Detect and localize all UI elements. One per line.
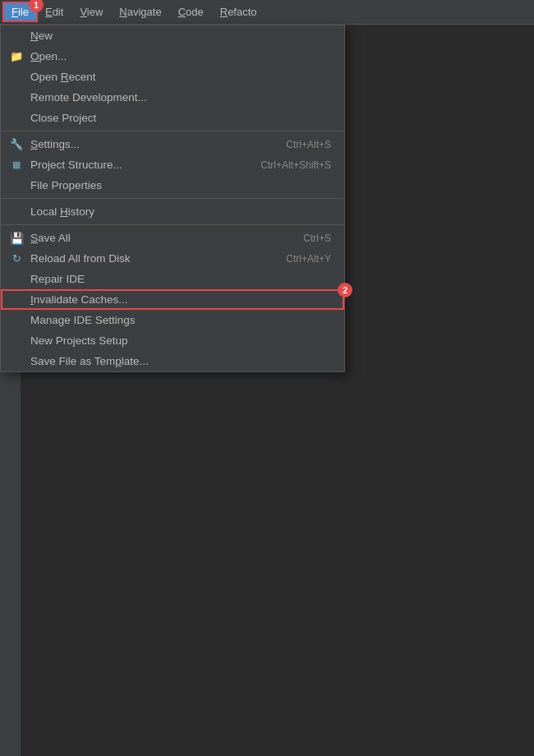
menu-item-open[interactable]: 📁 Open... <box>1 46 344 67</box>
menu-local-history-label: Local History <box>30 205 94 218</box>
save-all-shortcut: Ctrl+S <box>270 233 331 244</box>
menu-item-new-projects-setup[interactable]: New Projects Setup <box>1 330 344 351</box>
project-structure-shortcut: Ctrl+Alt+Shift+S <box>228 159 331 171</box>
settings-shortcut: Ctrl+Alt+S <box>253 139 331 150</box>
menu-item-project-structure[interactable]: ▦ Project Structure... Ctrl+Alt+Shift+S <box>1 154 344 175</box>
menu-new-projects-setup-label: New Projects Setup <box>30 334 128 347</box>
menubar-item-refactor[interactable]: Refacto <box>212 2 265 21</box>
menu-new-label: New <box>30 30 53 42</box>
folder-icon: 📁 <box>9 49 24 64</box>
reload-shortcut: Ctrl+Alt+Y <box>253 253 331 265</box>
menu-item-new[interactable]: New <box>1 25 344 46</box>
separator-1 <box>1 131 344 131</box>
menu-reload-label: Reload All from Disk <box>30 252 131 265</box>
menu-open-recent-label: Open Recent <box>30 71 96 83</box>
menu-item-close-project[interactable]: Close Project <box>1 108 344 128</box>
menu-project-structure-label: Project Structure... <box>30 159 122 171</box>
menubar-item-file[interactable]: File 1 <box>3 2 37 21</box>
menubar-edit-label: Edit <box>45 6 63 18</box>
menu-item-save-all[interactable]: 💾 Save All Ctrl+S <box>1 228 344 248</box>
menu-settings-label: Settings... <box>30 138 80 150</box>
menubar-view-label: View <box>80 6 103 18</box>
menu-repair-ide-label: Repair IDE <box>30 273 85 285</box>
badge-2: 2 <box>338 283 352 297</box>
project-structure-icon: ▦ <box>9 158 24 173</box>
menu-item-open-recent[interactable]: Open Recent <box>1 67 344 87</box>
menu-invalidate-caches-label: Invalidate Caches... <box>30 293 128 306</box>
separator-3 <box>1 224 344 225</box>
menu-item-settings[interactable]: 🔧 Settings... Ctrl+Alt+S <box>1 134 344 154</box>
menu-manage-ide-label: Manage IDE Settings <box>30 314 136 326</box>
menu-remote-dev-label: Remote Development... <box>30 91 147 104</box>
menu-item-local-history[interactable]: Local History <box>1 201 344 222</box>
menubar-refactor-label: Refacto <box>220 6 257 18</box>
save-icon: 💾 <box>9 231 24 246</box>
menu-item-file-properties[interactable]: File Properties <box>1 175 344 196</box>
reload-icon: ↻ <box>9 251 24 266</box>
menu-file-properties-label: File Properties <box>30 179 102 191</box>
menubar-code-label: Code <box>178 6 204 18</box>
menu-item-reload[interactable]: ↻ Reload All from Disk Ctrl+Alt+Y <box>1 248 344 269</box>
menu-item-save-template[interactable]: Save File as Template... <box>1 351 344 371</box>
menu-item-repair-ide[interactable]: Repair IDE <box>1 269 344 289</box>
menu-open-label: Open... <box>30 50 67 62</box>
menubar-item-code[interactable]: Code <box>170 2 212 21</box>
menu-save-template-label: Save File as Template... <box>30 355 149 367</box>
menubar-file-label: File <box>12 6 29 18</box>
menu-save-all-label: Save All <box>30 232 71 244</box>
file-dropdown-menu: New 📁 Open... Open Recent Remote Develop… <box>0 25 345 372</box>
menubar: File 1 Edit View Navigate Code Refacto <box>0 0 534 25</box>
menu-item-manage-ide[interactable]: Manage IDE Settings <box>1 310 344 330</box>
menu-close-project-label: Close Project <box>30 112 96 124</box>
menubar-item-navigate[interactable]: Navigate <box>111 2 169 21</box>
wrench-icon: 🔧 <box>9 137 24 152</box>
separator-2 <box>1 198 344 199</box>
menubar-item-view[interactable]: View <box>71 2 111 21</box>
menu-item-remote-dev[interactable]: Remote Development... <box>1 87 344 108</box>
menubar-navigate-label: Navigate <box>119 6 161 18</box>
menu-item-invalidate-caches[interactable]: Invalidate Caches... 2 <box>1 289 344 310</box>
